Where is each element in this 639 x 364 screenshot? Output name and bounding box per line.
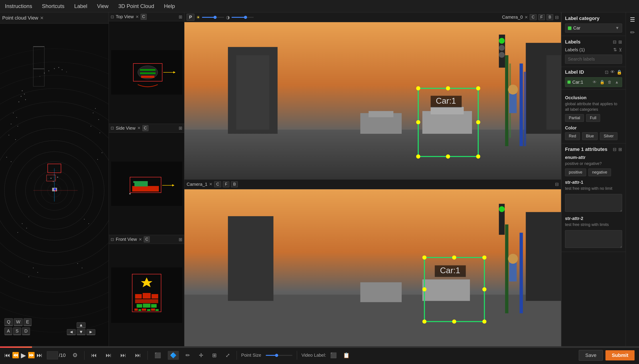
save-button[interactable]: Save (579, 350, 603, 361)
camera1-close-btn[interactable]: ✕ (209, 182, 212, 187)
top-view-close-btn[interactable]: ✕ (136, 14, 139, 19)
video-label-btn2[interactable]: 📋 (341, 351, 352, 360)
label-category-dropdown[interactable]: Car ▼ (565, 24, 622, 33)
camera0-p-badge[interactable]: P (187, 14, 194, 21)
submit-button[interactable]: Submit (605, 350, 634, 360)
menu-instructions[interactable]: Instructions (2, 1, 35, 11)
top-view-badge[interactable]: C (141, 14, 147, 20)
str-attr2: str-attr-2 test free string with limits (565, 216, 622, 248)
skip-start-btn[interactable]: ⏭ (104, 350, 114, 360)
menu-help[interactable]: Help (161, 1, 178, 11)
key-a[interactable]: A (5, 328, 12, 335)
side-view-maximize-btn[interactable]: ⊞ (179, 126, 182, 131)
side-view-canvas[interactable] (109, 133, 184, 235)
key-d[interactable]: D (22, 328, 30, 335)
nav-up-btn[interactable]: ▲ (77, 322, 86, 328)
play-btn[interactable]: ▶ (21, 351, 26, 359)
sun-icon: ☀ (196, 15, 200, 20)
camera0-maximize-btn[interactable]: ⊟ (555, 15, 559, 20)
labels-filter-btn[interactable]: ⊻ (619, 47, 622, 52)
label-car1-delete-btn[interactable]: 🗑 (607, 80, 612, 85)
camera0-badge-f[interactable]: F (538, 14, 545, 20)
brightness-slider[interactable] (202, 17, 224, 18)
nav-right-btn[interactable]: ► (86, 329, 95, 335)
box3d-tool-btn[interactable]: ⬛ (152, 351, 163, 360)
fast-forward2-btn[interactable]: ⏭ (133, 350, 143, 360)
front-view-maximize-btn[interactable]: ⊞ (179, 237, 182, 242)
occlusion-partial-btn[interactable]: Partial (565, 114, 584, 122)
front-view-close-btn[interactable]: ✕ (139, 237, 142, 242)
key-w[interactable]: W (14, 318, 23, 326)
nav-down-btn[interactable]: ▼ (77, 329, 86, 335)
color-red-btn[interactable]: Red (565, 132, 580, 140)
camera1-view[interactable]: Car:1 (184, 189, 561, 346)
front-view-expand-icon[interactable]: ⊡ (111, 237, 114, 242)
camera0-close-btn[interactable]: ✕ (525, 15, 528, 20)
label-car1-item[interactable]: Car:1 👁 🔒 🗑 ▲ (565, 77, 622, 87)
menu-label[interactable]: Label (72, 1, 90, 11)
point-cloud-canvas[interactable]: Q W E A S D ▲ ◄ ▼ ► (0, 24, 109, 346)
color-silver-btn[interactable]: Silver (600, 132, 617, 140)
contrast-slider[interactable] (231, 17, 254, 18)
cube-tool-btn[interactable]: 🔷 (168, 351, 179, 360)
frame-input[interactable]: 1 (47, 351, 58, 359)
camera0-badge-b[interactable]: B (547, 14, 553, 20)
str-attr2-input[interactable] (565, 230, 622, 248)
skip-forward-btn[interactable]: ⏭ (37, 352, 43, 359)
labels-expand-btn[interactable]: ⊞ (618, 39, 622, 44)
next-btn[interactable]: ⏩ (28, 352, 35, 359)
settings-btn[interactable]: ⚙ (70, 350, 80, 360)
front-view-canvas[interactable] (109, 244, 184, 346)
point-cloud-close-btn[interactable]: ✕ (40, 15, 44, 21)
labels-collapse-btn[interactable]: ⊟ (613, 39, 616, 44)
key-e[interactable]: E (24, 318, 31, 326)
enum-negative-btn[interactable]: negative (588, 168, 611, 176)
label-id-eye-icon[interactable]: 👁 (610, 70, 615, 75)
enum-positive-btn[interactable]: positive (565, 168, 586, 176)
skip-back-btn[interactable]: ⏮ (5, 352, 10, 359)
move-tool-btn[interactable]: ✛ (197, 351, 205, 360)
side-view-expand-icon[interactable]: ⊡ (111, 126, 114, 130)
camera1-badge-f[interactable]: F (223, 181, 229, 187)
prev-btn[interactable]: ⏪ (12, 352, 19, 359)
label-car1-lock-btn[interactable]: 🔒 (599, 79, 605, 85)
menu-shortcuts[interactable]: Shortcuts (39, 1, 67, 11)
str-attr1-input[interactable] (565, 194, 622, 212)
camera0-view[interactable]: Car:1 (184, 22, 561, 179)
label-id-copy-icon[interactable]: ⊡ (605, 70, 608, 75)
rewind2-btn[interactable]: ⏮ (89, 350, 99, 360)
frame1-collapse-btn[interactable]: ⊟ (613, 147, 616, 152)
search-labels-input[interactable] (565, 54, 622, 64)
video-label-btn1[interactable]: ⬛ (328, 351, 339, 360)
panel-edit-icon[interactable]: ✏ (628, 28, 637, 37)
svg-point-158 (482, 287, 487, 292)
key-q[interactable]: Q (5, 318, 13, 326)
skip-end-btn[interactable]: ⏭ (118, 350, 128, 360)
side-view-close-btn[interactable]: ✕ (137, 126, 141, 130)
top-view-maximize-btn[interactable]: ⊞ (179, 14, 182, 20)
camera0-badge-c[interactable]: C (530, 14, 537, 20)
labels-sort-btn[interactable]: ⇅ (613, 47, 617, 52)
fullscreen-tool-btn[interactable]: ⤢ (223, 351, 232, 360)
side-view-badge[interactable]: C (142, 125, 148, 131)
label-car1-eye-btn[interactable]: 👁 (592, 80, 597, 85)
color-blue-btn[interactable]: Blue (582, 132, 598, 140)
camera1-maximize-btn[interactable]: ⊟ (555, 182, 559, 187)
label-car1-expand-btn[interactable]: ▲ (614, 80, 620, 85)
menu-3d-point-cloud[interactable]: 3D Point Cloud (116, 1, 157, 11)
frame1-expand-btn[interactable]: ⊞ (618, 147, 622, 152)
resize-tool-btn[interactable]: ⊞ (210, 351, 219, 360)
pencil-tool-btn[interactable]: ✏ (183, 351, 192, 360)
top-view-expand-icon[interactable]: ⊡ (111, 14, 114, 19)
label-id-lock-icon[interactable]: 🔒 (616, 70, 622, 75)
key-s[interactable]: S (13, 328, 21, 335)
top-view-canvas[interactable] (109, 21, 184, 124)
nav-left-btn[interactable]: ◄ (67, 329, 76, 335)
front-view-badge[interactable]: C (144, 236, 150, 242)
camera1-badge-c[interactable]: C (214, 181, 221, 187)
panel-list-icon[interactable]: ☰ (628, 15, 637, 24)
menu-view[interactable]: View (94, 1, 111, 11)
occlusion-full-btn[interactable]: Full (586, 114, 600, 122)
point-size-slider[interactable] (266, 355, 292, 356)
camera1-badge-b[interactable]: B (231, 181, 238, 187)
